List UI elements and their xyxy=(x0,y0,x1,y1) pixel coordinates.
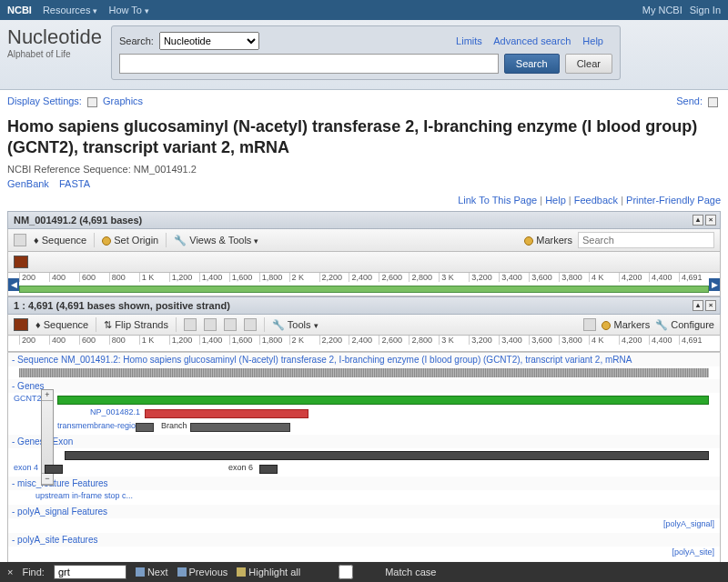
polya-site-label[interactable]: - polyA_site Features xyxy=(8,533,720,547)
myncbi-link[interactable]: My NCBI xyxy=(642,5,682,15)
polya-signal-label[interactable]: - polyA_signal Features xyxy=(8,505,720,518)
markers-btn2[interactable]: Markers xyxy=(602,319,650,330)
views-menu[interactable]: 🔧 Views & Tools xyxy=(174,235,258,246)
sequence-bar xyxy=(19,368,709,377)
genes-track-label[interactable]: - Genes xyxy=(8,379,720,393)
send-menu[interactable]: Send: xyxy=(676,95,721,106)
exon6-label: exon 6 xyxy=(228,463,253,472)
pin-icon xyxy=(602,321,611,330)
ncbi-topbar: NCBI Resources How To My NCBI Sign In xyxy=(0,0,728,20)
collapse-icon[interactable]: ▴ xyxy=(693,300,703,311)
ncbi-logo[interactable]: NCBI xyxy=(7,5,32,15)
configure-btn[interactable]: 🔧 Configure xyxy=(655,319,714,331)
exon4-feature[interactable] xyxy=(45,465,63,474)
fasta-link[interactable]: FASTA xyxy=(59,178,90,189)
track-viewer: - Sequence NM_001491.2: Homo sapiens glu… xyxy=(7,352,721,582)
prev-icon xyxy=(177,567,187,577)
seq-track-label[interactable]: - Sequence NM_001491.2: Homo sapiens glu… xyxy=(8,353,720,366)
close-findbar-icon[interactable]: × xyxy=(7,567,13,577)
next-icon xyxy=(136,567,145,577)
detail-toolbar: ♦ Sequence ⇅ Flip Strands 🔧 Tools Marker… xyxy=(7,315,721,336)
markers-btn[interactable]: Markers xyxy=(524,235,572,246)
exon-track-label[interactable]: - Genes - Exon xyxy=(8,435,720,448)
exon4-label[interactable]: exon 4 xyxy=(14,463,38,472)
match-case[interactable]: Match case xyxy=(309,565,436,579)
record-title: Homo sapiens glucosaminyl (N-acetyl) tra… xyxy=(7,116,721,159)
zoom-out-icon[interactable] xyxy=(204,318,217,331)
help-link2[interactable]: Help xyxy=(545,195,566,206)
highlight-icon xyxy=(237,567,246,577)
tm-feature[interactable] xyxy=(136,423,154,432)
search-box: Search: Nucleotide Limits Advanced searc… xyxy=(111,25,621,80)
zoom-fit-icon[interactable] xyxy=(224,318,237,331)
permalink[interactable]: Link To This Page xyxy=(458,195,537,206)
color-swatch[interactable] xyxy=(14,256,28,268)
tm-label[interactable]: transmembrane-region xyxy=(57,421,140,430)
tools-menu[interactable]: 🔧 Tools xyxy=(272,319,318,331)
setorigin-btn[interactable]: Set Origin xyxy=(102,235,158,246)
db-title: Nucleotide xyxy=(7,25,102,49)
advanced-link[interactable]: Advanced search xyxy=(493,35,571,46)
polya-site-feat[interactable]: [polyA_site] xyxy=(672,547,714,557)
zoom-seq-icon[interactable] xyxy=(244,318,257,331)
find-label: Find: xyxy=(22,567,44,577)
match-case-checkbox[interactable] xyxy=(309,565,382,579)
exon6-feature[interactable] xyxy=(259,465,278,474)
accession-line: NCBI Reference Sequence: NM_001491.2 xyxy=(7,164,721,175)
overview-region[interactable] xyxy=(19,286,709,293)
detail-panel-head: 1 : 4,691 (4,691 bases shown, positive s… xyxy=(7,296,721,315)
search-label: Search: xyxy=(119,35,154,46)
close-icon[interactable]: × xyxy=(705,300,716,311)
download-icon[interactable] xyxy=(583,318,596,331)
feedback-link[interactable]: Feedback xyxy=(574,195,618,206)
upstream-label[interactable]: upstream in-frame stop c... xyxy=(35,491,133,500)
gcnt2-label[interactable]: GCNT2 xyxy=(14,394,42,403)
pin-icon xyxy=(102,236,111,246)
polya-signal-feat[interactable]: [polyA_signal] xyxy=(663,519,714,528)
print-link[interactable]: Printer-Friendly Page xyxy=(626,195,721,206)
color-swatch[interactable] xyxy=(14,318,28,331)
exon7-feature[interactable] xyxy=(65,451,709,460)
find-bar: × Find: Next Previous Highlight all Matc… xyxy=(0,562,728,582)
help-link[interactable]: Help xyxy=(582,35,603,46)
find-next[interactable]: Next xyxy=(136,567,168,577)
overview-panel-head: NM_001491.2 (4,691 bases) ▴× xyxy=(7,211,721,229)
overview-ruler[interactable]: ◀ ▶ 2004006008001 K1,2001,4001,6001,8002… xyxy=(7,273,721,296)
gcnt2-feature[interactable] xyxy=(57,396,709,405)
menu-icon[interactable] xyxy=(14,234,26,246)
branch-label: Branch xyxy=(161,421,187,430)
scroll-right-icon[interactable]: ▶ xyxy=(709,278,720,291)
genbank-link[interactable]: GenBank xyxy=(7,178,49,189)
highlight-all[interactable]: Highlight all xyxy=(237,567,300,577)
search-button[interactable]: Search xyxy=(504,54,560,74)
chevron-down-icon xyxy=(708,97,718,107)
flip-btn[interactable]: ⇅ Flip Strands xyxy=(104,319,168,331)
track-search[interactable] xyxy=(578,232,714,248)
zoom-in-icon[interactable] xyxy=(184,318,197,331)
db-select[interactable]: Nucleotide xyxy=(159,32,259,50)
misc-track-label[interactable]: - misc_feature Features xyxy=(8,477,720,490)
display-settings[interactable]: Display Settings: Graphics xyxy=(7,95,143,107)
signin-link[interactable]: Sign In xyxy=(690,5,721,15)
close-icon[interactable]: × xyxy=(705,215,716,226)
collapse-icon[interactable]: ▴ xyxy=(693,215,703,226)
sequence-btn2[interactable]: ♦ Sequence xyxy=(35,319,88,330)
detail-ruler[interactable]: 2004006008001 K1,2001,4001,6001,8002 K2,… xyxy=(7,336,721,352)
clear-button[interactable]: Clear xyxy=(565,54,612,74)
chevron-down-icon xyxy=(87,97,97,107)
scroll-left-icon[interactable]: ◀ xyxy=(8,278,19,291)
branch-feature[interactable] xyxy=(190,423,290,432)
find-input[interactable] xyxy=(54,565,126,579)
howto-menu[interactable]: How To xyxy=(108,5,148,15)
find-prev[interactable]: Previous xyxy=(177,567,228,577)
protein-label[interactable]: NP_001482.1 xyxy=(90,407,140,416)
limits-link[interactable]: Limits xyxy=(456,35,482,46)
pin-icon xyxy=(524,236,533,246)
page-tool-links: Link To This Page | Help | Feedback | Pr… xyxy=(7,195,721,206)
sequence-btn[interactable]: ♦ Sequence xyxy=(34,235,86,246)
overview-toolbar: ♦ Sequence Set Origin 🔧 Views & Tools Ma… xyxy=(7,229,721,252)
page-header: Nucleotide Alphabet of Life Search: Nucl… xyxy=(0,20,728,90)
cds-feature[interactable] xyxy=(145,409,308,418)
resources-menu[interactable]: Resources xyxy=(43,5,98,15)
search-input[interactable] xyxy=(119,54,499,74)
